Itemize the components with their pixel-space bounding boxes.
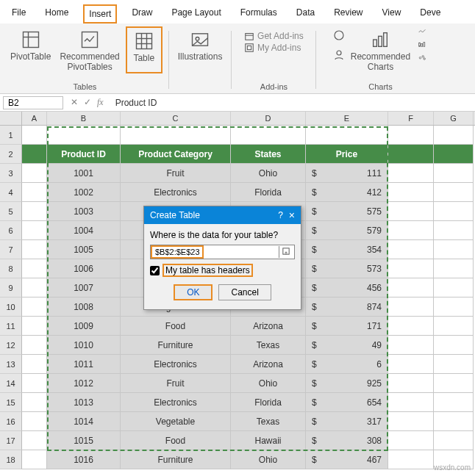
cell[interactable] — [22, 240, 47, 259]
cell[interactable]: $925 — [306, 374, 388, 393]
row-header[interactable]: 10 — [0, 298, 22, 317]
cell[interactable] — [388, 450, 434, 469]
cell[interactable]: States — [231, 145, 306, 164]
cell[interactable] — [434, 393, 474, 412]
cell[interactable] — [22, 336, 47, 355]
cell[interactable] — [22, 221, 47, 240]
col-header-c[interactable]: C — [121, 112, 231, 125]
chart-gallery-icon[interactable] — [416, 41, 428, 51]
cell[interactable]: Food — [121, 317, 231, 336]
cell[interactable]: Arizona — [231, 355, 306, 374]
illustrations-button[interactable]: Illustrations — [175, 26, 226, 63]
cell[interactable] — [434, 412, 474, 431]
range-input[interactable] — [151, 245, 204, 259]
cell[interactable]: $573 — [306, 259, 388, 278]
cell[interactable]: Ohio — [231, 450, 306, 469]
cell[interactable]: Texas — [231, 336, 306, 355]
cell[interactable] — [22, 145, 47, 164]
row-header[interactable]: 18 — [0, 450, 22, 469]
cell[interactable]: $575 — [306, 202, 388, 221]
cell[interactable] — [388, 240, 434, 259]
cell[interactable] — [388, 145, 434, 164]
cell[interactable] — [434, 221, 474, 240]
cell[interactable]: 1006 — [47, 259, 121, 278]
enter-icon[interactable]: ✓ — [84, 97, 91, 108]
range-picker-icon[interactable] — [279, 246, 293, 258]
cell[interactable]: Hawaii — [231, 431, 306, 450]
tab-insert[interactable]: Insert — [83, 4, 117, 24]
cell[interactable]: $456 — [306, 278, 388, 298]
row-header[interactable]: 9 — [0, 278, 22, 298]
cancel-button[interactable]: Cancel — [218, 284, 271, 300]
cell[interactable]: Ohio — [231, 374, 306, 393]
row-header[interactable]: 2 — [0, 145, 22, 164]
cell[interactable] — [388, 374, 434, 393]
cell[interactable] — [434, 298, 474, 317]
cell[interactable] — [434, 240, 474, 259]
my-addins-button[interactable]: My Add-ins — [244, 43, 304, 53]
cell[interactable] — [388, 221, 434, 240]
cell[interactable]: $874 — [306, 298, 388, 317]
cell[interactable]: $467 — [306, 450, 388, 469]
row-header[interactable]: 17 — [0, 431, 22, 450]
cell[interactable]: Arizona — [231, 317, 306, 336]
cell[interactable] — [388, 126, 434, 145]
cell[interactable]: 1014 — [47, 412, 121, 431]
dialog-titlebar[interactable]: Create Table ? × — [144, 206, 301, 224]
tab-review[interactable]: Review — [329, 4, 367, 24]
cell[interactable]: $412 — [306, 183, 388, 202]
cell[interactable]: 1012 — [47, 374, 121, 393]
cell[interactable] — [434, 126, 474, 145]
row-header[interactable]: 15 — [0, 393, 22, 412]
tab-formulas[interactable]: Formulas — [236, 4, 282, 24]
cell[interactable] — [388, 355, 434, 374]
cell[interactable] — [231, 126, 306, 145]
cell[interactable]: Electronics — [121, 393, 231, 412]
cell[interactable]: 1002 — [47, 183, 121, 202]
recommended-pivottables-button[interactable]: Recommended PivotTables — [57, 26, 122, 73]
col-header-a[interactable]: A — [22, 112, 47, 125]
cell[interactable]: Product ID — [47, 145, 121, 164]
col-header-g[interactable]: G — [434, 112, 474, 125]
cell[interactable]: Florida — [231, 393, 306, 412]
cell[interactable]: 1003 — [47, 202, 121, 221]
cell[interactable] — [22, 298, 47, 317]
name-box[interactable]: B2 — [3, 96, 63, 109]
cell[interactable]: Texas — [231, 412, 306, 431]
cell[interactable] — [22, 317, 47, 336]
cell[interactable] — [22, 355, 47, 374]
cell[interactable] — [22, 126, 47, 145]
cell[interactable] — [121, 126, 231, 145]
cell[interactable]: $111 — [306, 164, 388, 183]
cell[interactable] — [22, 259, 47, 278]
cancel-icon[interactable]: ✕ — [71, 97, 78, 108]
cell[interactable] — [22, 431, 47, 450]
row-header[interactable]: 7 — [0, 240, 22, 259]
cell[interactable] — [22, 202, 47, 221]
cell[interactable] — [388, 336, 434, 355]
col-header-f[interactable]: F — [388, 112, 434, 125]
fx-icon[interactable]: fx — [97, 97, 104, 108]
tab-developer[interactable]: Deve — [415, 4, 445, 24]
cell[interactable] — [306, 126, 388, 145]
cell[interactable]: Ohio — [231, 164, 306, 183]
cell[interactable] — [388, 393, 434, 412]
row-header[interactable]: 6 — [0, 221, 22, 240]
cell[interactable] — [388, 431, 434, 450]
cell[interactable]: $49 — [306, 336, 388, 355]
cell[interactable]: $171 — [306, 317, 388, 336]
cell[interactable] — [434, 202, 474, 221]
cell[interactable] — [22, 278, 47, 298]
cell[interactable] — [22, 393, 47, 412]
cell[interactable]: 1007 — [47, 278, 121, 298]
cell[interactable]: 1011 — [47, 355, 121, 374]
get-addins-button[interactable]: Get Add-ins — [244, 31, 304, 41]
row-header[interactable]: 11 — [0, 317, 22, 336]
cell[interactable]: Electronics — [121, 183, 231, 202]
tab-draw[interactable]: Draw — [127, 4, 157, 24]
cell[interactable] — [434, 374, 474, 393]
close-icon[interactable]: × — [289, 209, 295, 221]
cell[interactable]: 1001 — [47, 164, 121, 183]
cell[interactable]: 1005 — [47, 240, 121, 259]
cell[interactable] — [22, 183, 47, 202]
